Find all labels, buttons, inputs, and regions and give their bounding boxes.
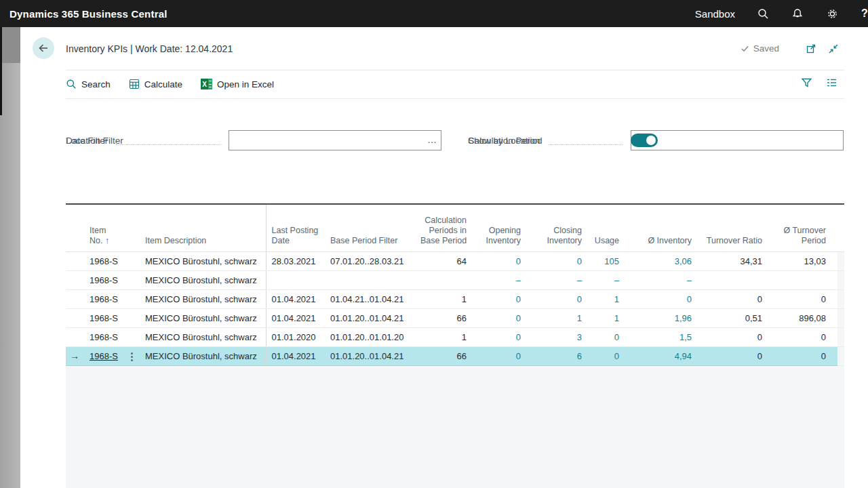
cell-opening_inventory[interactable]: 0 [471,289,526,308]
cell-usage[interactable]: 1 [587,308,624,327]
cell-value-avg_inventory[interactable]: 1,96 [675,313,692,323]
cell-turnover_ratio[interactable] [696,270,767,289]
cell-value-usage[interactable]: 1 [614,294,619,304]
cell-avg_inventory[interactable]: 1,5 [624,327,696,346]
cell-value-opening_inventory[interactable]: 0 [516,313,521,323]
cell-turnover_ratio[interactable]: 34,31 [696,251,767,270]
cell-item_no[interactable]: 1968-S [86,289,125,308]
cell-description[interactable]: MEXICO Bürostuhl, schwarz [142,346,266,365]
cell-calc_periods[interactable]: 1 [420,289,471,308]
cell-menu[interactable] [125,346,142,365]
search-icon[interactable] [756,7,770,20]
row-menu-icon[interactable] [131,356,133,358]
cell-opening_inventory[interactable]: 0 [471,327,526,346]
location-filter-input[interactable] [229,130,441,150]
cell-base_period_filter[interactable]: 01.01.20..01.04.21 [327,346,420,365]
cell-value-closing_inventory[interactable]: 3 [577,332,582,342]
cell-item_no[interactable]: 1968-S [86,346,125,365]
cell-usage[interactable]: 0 [587,327,624,346]
cell-calc_periods[interactable]: 64 [420,251,471,270]
open-in-new-window-icon[interactable] [805,43,816,54]
cell-calc_periods[interactable]: 1 [420,327,471,346]
cell-value-closing_inventory[interactable]: – [577,275,582,285]
cell-avg_turnover_period[interactable]: 0 [767,289,837,308]
cell-usage[interactable]: 0 [587,346,624,365]
cell-opening_inventory[interactable]: 0 [471,308,526,327]
cell-avg_inventory[interactable]: – [624,270,696,289]
cell-value-opening_inventory[interactable]: 0 [516,332,521,342]
cell-value-usage[interactable]: 0 [614,351,619,361]
cell-menu[interactable] [125,251,142,270]
filter-funnel-icon[interactable] [801,77,812,91]
col-header-avg_turnover_period[interactable]: Ø TurnoverPeriod [767,204,837,251]
cell-closing_inventory[interactable]: 3 [526,327,587,346]
cell-value-closing_inventory[interactable]: 6 [577,351,582,361]
row-pointer-cell[interactable] [66,308,86,327]
cell-opening_inventory[interactable]: 0 [471,346,526,365]
cell-value-avg_inventory[interactable]: 0 [687,294,692,304]
col-header-usage[interactable]: Usage [587,204,624,251]
cell-calc_periods[interactable]: 66 [420,346,471,365]
collapse-window-icon[interactable] [827,43,839,54]
cell-avg_turnover_period[interactable]: 0 [767,327,837,346]
cell-turnover_ratio[interactable]: 0 [696,346,767,365]
table-row[interactable]: 1968-SMEXICO Bürostuhl, schwarz01.01.202… [66,327,844,346]
cell-closing_inventory[interactable]: 0 [526,289,587,308]
col-header-last_posting_date[interactable]: Last PostingDate [266,204,327,251]
cell-opening_inventory[interactable]: 0 [471,251,526,270]
cell-description[interactable]: MEXICO Bürostuhl, schwarz [142,270,266,289]
cell-menu[interactable] [125,308,142,327]
col-header-opening_inventory[interactable]: OpeningInventory [471,204,526,251]
list-view-icon[interactable] [826,77,837,91]
row-pointer-cell[interactable] [66,270,86,289]
cell-avg_turnover_period[interactable]: 896,08 [767,308,837,327]
cell-last_posting_date[interactable]: 01.04.2021 [266,346,327,365]
cell-value-avg_inventory[interactable]: 4,94 [675,351,692,361]
row-pointer-cell[interactable] [66,251,86,270]
cell-closing_inventory[interactable]: 1 [526,308,587,327]
cell-item_no[interactable]: 1968-S [86,327,125,346]
cell-avg_inventory[interactable]: 3,06 [624,251,696,270]
cell-closing_inventory[interactable]: 6 [526,346,587,365]
cell-calc_periods[interactable] [420,270,471,289]
cell-usage[interactable]: 105 [587,251,624,270]
app-title[interactable]: Dynamics 365 Business Central [9,8,167,20]
cell-value-closing_inventory[interactable]: 0 [577,294,582,304]
cell-value-usage[interactable]: 105 [604,256,619,266]
cell-value-opening_inventory[interactable]: 0 [516,256,521,266]
col-header-calc_periods[interactable]: CalculationPeriods inBase Period [420,204,471,251]
cell-item_no[interactable]: 1968-S [86,270,125,289]
cell-avg_inventory[interactable]: 4,94 [624,346,696,365]
table-row[interactable]: 1968-SMEXICO Bürostuhl, schwarz01.04.202… [66,289,844,308]
cell-value-item_no[interactable]: 1968-S [90,351,118,361]
cell-base_period_filter[interactable]: 01.01.20..01.01.20 [327,327,420,346]
cell-base_period_filter[interactable]: 01.04.21..01.04.21 [327,289,420,308]
cell-calc_periods[interactable]: 66 [420,308,471,327]
col-header-description[interactable]: Item Description [142,204,266,251]
row-pointer-cell[interactable]: → [66,346,86,365]
col-header-turnover_ratio[interactable]: Turnover Ratio [696,204,767,251]
cell-menu[interactable] [125,327,142,346]
cell-description[interactable]: MEXICO Bürostuhl, schwarz [142,308,266,327]
cell-item_no[interactable]: 1968-S [86,251,125,270]
cell-avg_turnover_period[interactable]: 13,03 [767,251,837,270]
table-row[interactable]: 1968-SMEXICO Bürostuhl, schwarz01.04.202… [66,308,844,327]
row-pointer-cell[interactable] [66,327,86,346]
cell-value-usage[interactable]: 0 [614,332,619,342]
search-action[interactable]: Search [66,79,111,89]
col-header-base_period_filter[interactable]: Base Period Filter [327,204,420,251]
cell-value-usage[interactable]: 1 [614,313,619,323]
cell-value-usage[interactable]: – [614,275,619,285]
cell-menu[interactable] [125,270,142,289]
cell-closing_inventory[interactable]: 0 [526,251,587,270]
cell-last_posting_date[interactable] [266,270,327,289]
cell-base_period_filter[interactable]: 01.01.20..01.04.21 [327,308,420,327]
cell-item_no[interactable]: 1968-S [86,308,125,327]
cell-closing_inventory[interactable]: – [526,270,587,289]
table-row[interactable]: 1968-SMEXICO Bürostuhl, schwarz–––– [66,270,844,289]
cell-avg_inventory[interactable]: 1,96 [624,308,696,327]
cell-value-opening_inventory[interactable]: 0 [516,294,521,304]
cell-avg_turnover_period[interactable] [767,270,837,289]
cell-description[interactable]: MEXICO Bürostuhl, schwarz [142,289,266,308]
cell-value-closing_inventory[interactable]: 0 [577,256,582,266]
